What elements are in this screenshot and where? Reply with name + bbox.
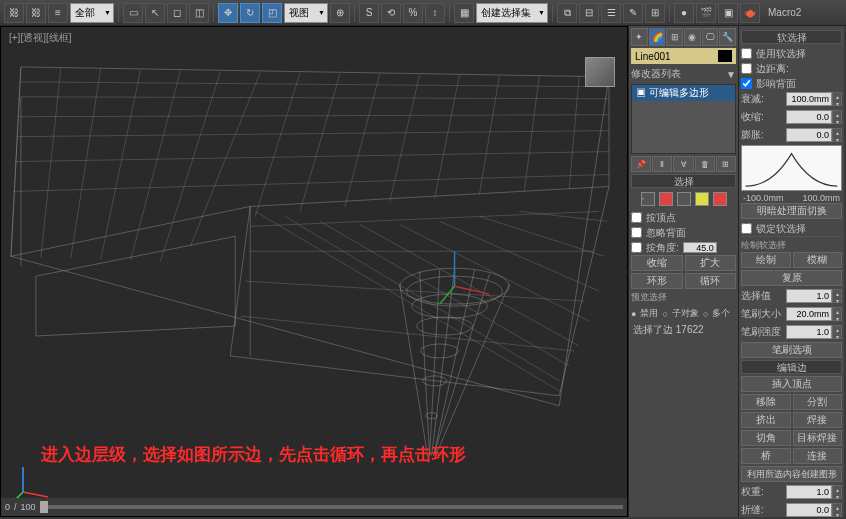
scale-icon[interactable]: ◰ xyxy=(262,3,282,23)
shaded-face-button[interactable]: 明暗处理面切换 xyxy=(741,203,842,219)
affect-backface-checkbox[interactable] xyxy=(741,78,752,89)
selection-rollout-header[interactable]: 选择 xyxy=(631,174,736,188)
slider-min: 0 xyxy=(5,502,10,512)
named-sel-icon[interactable]: ▦ xyxy=(454,3,474,23)
utilities-tab-icon[interactable]: 🔧 xyxy=(719,28,736,46)
selection-set-dropdown[interactable]: 创建选择集 xyxy=(476,3,548,23)
filter-dropdown[interactable]: 全部 xyxy=(70,3,114,23)
angle-snap-icon[interactable]: ⟲ xyxy=(381,3,401,23)
rotate-icon[interactable]: ↻ xyxy=(240,3,260,23)
select-rect-icon[interactable]: ◻ xyxy=(167,3,187,23)
ring-button[interactable]: 环形 xyxy=(631,273,683,289)
use-soft-checkbox[interactable] xyxy=(741,48,752,59)
svg-line-22 xyxy=(285,216,559,380)
snap-icon[interactable]: S xyxy=(359,3,379,23)
svg-line-7 xyxy=(255,73,300,217)
coord-dropdown[interactable]: 视图 xyxy=(284,3,328,23)
mirror-icon[interactable]: ⧉ xyxy=(557,3,577,23)
falloff-input[interactable] xyxy=(786,92,832,106)
brush-size-input[interactable] xyxy=(786,307,832,321)
lock-soft-checkbox[interactable] xyxy=(741,223,752,234)
poly-subobj-icon[interactable] xyxy=(695,192,709,206)
link-icon[interactable]: ⛓ xyxy=(4,3,24,23)
color-swatch[interactable] xyxy=(718,50,732,62)
soft-sel-rollout-header[interactable]: 软选择 xyxy=(741,30,842,44)
spinner-snap-icon[interactable]: ↕ xyxy=(425,3,445,23)
hierarchy-tab-icon[interactable]: ⊞ xyxy=(666,28,683,46)
render-icon[interactable]: 🫖 xyxy=(740,3,760,23)
cursor-icon[interactable]: ↖ xyxy=(145,3,165,23)
svg-line-25 xyxy=(400,224,589,321)
move-icon[interactable]: ✥ xyxy=(218,3,238,23)
create-shape-button[interactable]: 利用所选内容创建图形 xyxy=(741,466,842,482)
element-subobj-icon[interactable] xyxy=(713,192,727,206)
bridge-button[interactable]: 桥 xyxy=(741,448,791,464)
revert-button[interactable]: 复原 xyxy=(741,270,842,286)
edge-dist-checkbox[interactable] xyxy=(741,63,752,74)
angle-input[interactable] xyxy=(683,242,717,253)
preview-label: 预览选择 xyxy=(631,291,736,304)
pin-stack-icon[interactable]: 📌 xyxy=(631,156,651,172)
layer-mgr-icon[interactable]: ☰ xyxy=(601,3,621,23)
motion-tab-icon[interactable]: ◉ xyxy=(684,28,701,46)
display-tab-icon[interactable]: 🖵 xyxy=(702,28,719,46)
configure-icon[interactable]: ⊞ xyxy=(716,156,736,172)
bubble-input[interactable] xyxy=(786,128,832,142)
curve-editor-icon[interactable]: ✎ xyxy=(623,3,643,23)
loop-button[interactable]: 循环 xyxy=(685,273,737,289)
modify-tab-icon[interactable]: 🌈 xyxy=(649,28,666,46)
material-icon[interactable]: ● xyxy=(674,3,694,23)
ignore-backface-checkbox[interactable] xyxy=(631,227,642,238)
viewport-perspective[interactable]: [+][透视][线框] xyxy=(0,26,628,517)
schematic-icon[interactable]: ⊞ xyxy=(645,3,665,23)
unique-icon[interactable]: ∀ xyxy=(673,156,693,172)
weight-input[interactable] xyxy=(786,485,832,499)
percent-snap-icon[interactable]: % xyxy=(403,3,423,23)
pivot-icon[interactable]: ⊕ xyxy=(330,3,350,23)
target-weld-button[interactable]: 目标焊接 xyxy=(793,430,843,446)
render-frame-icon[interactable]: ▣ xyxy=(718,3,738,23)
paint-button[interactable]: 绘制 xyxy=(741,252,791,268)
svg-line-29 xyxy=(250,211,599,226)
svg-point-37 xyxy=(421,344,459,358)
show-result-icon[interactable]: Ⅱ xyxy=(652,156,672,172)
insert-vertex-button[interactable]: 插入顶点 xyxy=(741,376,842,392)
vertex-subobj-icon[interactable]: · xyxy=(641,192,655,206)
connect-button[interactable]: 连接 xyxy=(793,448,843,464)
sel-value-input[interactable] xyxy=(786,289,832,303)
command-panel: ✦ 🌈 ⊞ ◉ 🖵 🔧 Line001 修改器列表▼ ▣ 可编辑多边形 📌 Ⅱ … xyxy=(628,26,738,517)
svg-line-40 xyxy=(455,286,490,294)
viewcube[interactable] xyxy=(585,57,615,87)
layers-icon[interactable]: ≡ xyxy=(48,3,68,23)
pinch-input[interactable] xyxy=(786,110,832,124)
grow-button[interactable]: 扩大 xyxy=(685,255,737,271)
object-name-field[interactable]: Line001 xyxy=(631,48,736,64)
remove-mod-icon[interactable]: 🗑 xyxy=(695,156,715,172)
edge-subobj-icon[interactable] xyxy=(659,192,673,206)
brush-options-button[interactable]: 笔刷选项 xyxy=(741,342,842,358)
svg-line-41 xyxy=(440,286,455,304)
render-setup-icon[interactable]: 🎬 xyxy=(696,3,716,23)
create-tab-icon[interactable]: ✦ xyxy=(631,28,648,46)
modifier-stack[interactable]: ▣ 可编辑多边形 xyxy=(631,84,736,154)
chamfer-button[interactable]: 切角 xyxy=(741,430,791,446)
stack-item-editpoly[interactable]: ▣ 可编辑多边形 xyxy=(632,85,735,101)
split-button[interactable]: 分割 xyxy=(793,394,843,410)
remove-button[interactable]: 移除 xyxy=(741,394,791,410)
by-angle-checkbox[interactable] xyxy=(631,242,642,253)
align-icon[interactable]: ⊟ xyxy=(579,3,599,23)
extrude-button[interactable]: 挤出 xyxy=(741,412,791,428)
blur-button[interactable]: 模糊 xyxy=(793,252,843,268)
border-subobj-icon[interactable] xyxy=(677,192,691,206)
svg-line-24 xyxy=(360,224,579,346)
select-icon[interactable]: ▭ xyxy=(123,3,143,23)
select-paint-icon[interactable]: ◫ xyxy=(189,3,209,23)
weld-button[interactable]: 焊接 xyxy=(793,412,843,428)
brush-strength-input[interactable] xyxy=(786,325,832,339)
shrink-button[interactable]: 收缩 xyxy=(631,255,683,271)
time-slider[interactable] xyxy=(40,505,623,509)
unlink-icon[interactable]: ⛓ xyxy=(26,3,46,23)
crease-input[interactable] xyxy=(786,503,832,517)
by-vertex-checkbox[interactable] xyxy=(631,212,642,223)
edit-edges-rollout-header[interactable]: 编辑边 xyxy=(741,360,842,374)
